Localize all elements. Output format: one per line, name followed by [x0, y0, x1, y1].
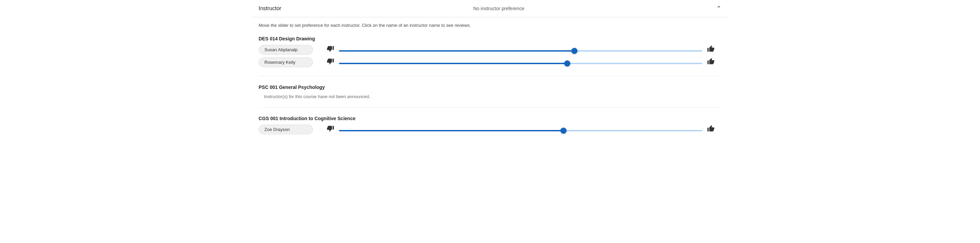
section-divider	[259, 76, 721, 76]
courses-container: DES 014 Design DrawingSusan AbplanalpRos…	[252, 30, 728, 140]
instructor-row-2-0: Zoe Drayson	[259, 125, 721, 134]
thumbs-down-icon-0-1[interactable]	[327, 58, 334, 67]
course-title-1: PSC 001 General Psychology	[259, 85, 721, 90]
course-title-0: DES 014 Design Drawing	[259, 36, 721, 41]
instructor-left: Rosemary Kelly	[259, 57, 327, 67]
thumbs-down-icon-0-0[interactable]	[327, 45, 334, 55]
course-section-0: DES 014 Design DrawingSusan AbplanalpRos…	[252, 30, 728, 73]
slider-area	[327, 45, 721, 55]
instructor-row-0-0: Susan Abplanalp	[259, 45, 721, 55]
course-section-1: PSC 001 General PsychologyInstructor(s) …	[252, 79, 728, 104]
slider-wrapper-2-0	[339, 127, 702, 133]
section-title: Instructor	[259, 5, 282, 11]
collapse-button[interactable]: ⌃	[716, 5, 721, 12]
instructor-left: Zoe Drayson	[259, 125, 327, 134]
instructor-row-0-1: Rosemary Kelly	[259, 57, 721, 67]
section-subtitle: No instructor preference	[473, 6, 524, 11]
slider-input-0-0[interactable]	[339, 50, 702, 52]
instructions-text: Move the slider to set preference for ea…	[252, 17, 728, 30]
slider-input-0-1[interactable]	[339, 63, 702, 64]
section-divider	[259, 107, 721, 107]
no-instructor-text-1: Instructor(s) for this course have not b…	[259, 93, 721, 100]
thumbs-up-icon-0-1[interactable]	[707, 58, 714, 67]
thumbs-up-icon-2-0[interactable]	[707, 125, 714, 134]
instructor-name-0-1[interactable]: Rosemary Kelly	[259, 57, 313, 67]
course-section-2: CGS 001 Introduction to Cognitive Scienc…	[252, 110, 728, 140]
instructor-name-0-0[interactable]: Susan Abplanalp	[259, 45, 313, 55]
thumbs-down-icon-2-0[interactable]	[327, 125, 334, 134]
slider-area	[327, 125, 721, 134]
instructor-name-2-0[interactable]: Zoe Drayson	[259, 125, 313, 134]
instructor-left: Susan Abplanalp	[259, 45, 327, 55]
slider-input-2-0[interactable]	[339, 130, 702, 131]
slider-wrapper-0-0	[339, 47, 702, 53]
slider-area	[327, 58, 721, 67]
course-title-2: CGS 001 Introduction to Cognitive Scienc…	[259, 116, 721, 121]
section-header: Instructor No instructor preference ⌃	[252, 0, 728, 17]
slider-wrapper-0-1	[339, 60, 702, 65]
thumbs-up-icon-0-0[interactable]	[707, 45, 714, 55]
